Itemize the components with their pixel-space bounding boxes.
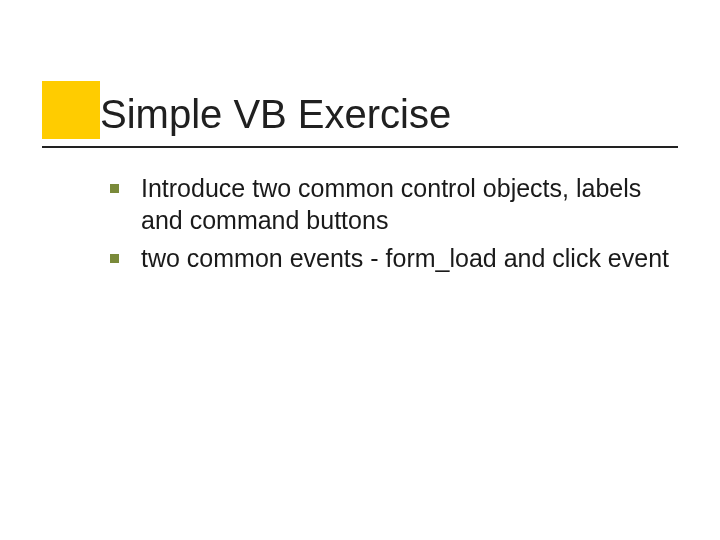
slide: Simple VB Exercise Introduce two common …	[0, 0, 720, 540]
title-underline	[42, 146, 678, 148]
square-bullet-icon	[110, 254, 119, 263]
slide-title: Simple VB Exercise	[100, 92, 451, 137]
square-bullet-icon	[110, 184, 119, 193]
list-item: Introduce two common control objects, la…	[110, 172, 670, 236]
bullet-text: two common events - form_load and click …	[141, 242, 670, 274]
bullet-text: Introduce two common control objects, la…	[141, 172, 670, 236]
accent-square	[42, 81, 100, 139]
slide-body: Introduce two common control objects, la…	[110, 172, 670, 280]
list-item: two common events - form_load and click …	[110, 242, 670, 274]
